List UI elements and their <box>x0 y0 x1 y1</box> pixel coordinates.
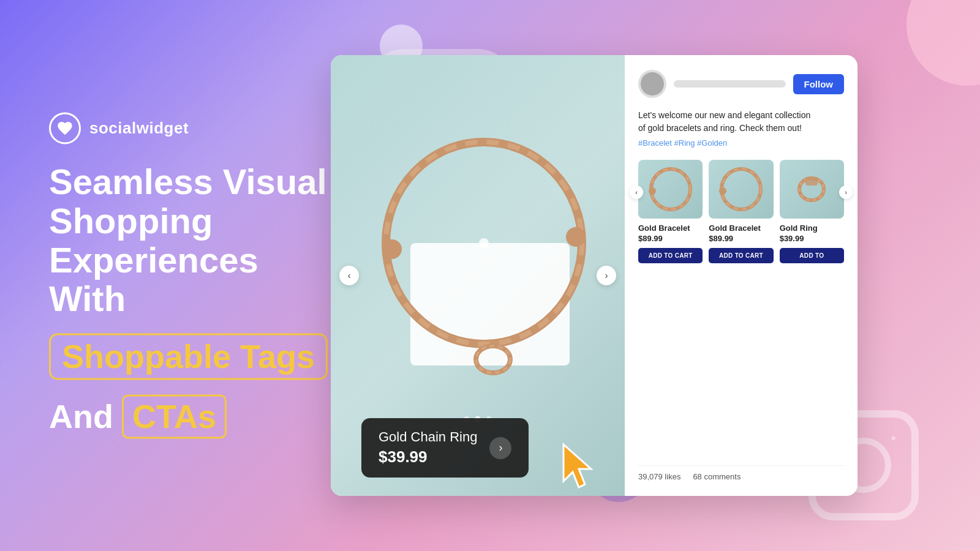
product-name-2: Gold Bracelet <box>709 223 773 233</box>
prev-icon: ‹ <box>348 271 351 280</box>
svg-rect-17 <box>805 177 818 186</box>
product-tag-popup: Gold Chain Ring $39.99 › <box>361 418 529 478</box>
product-price-3: $39.99 <box>780 234 844 243</box>
svg-point-7 <box>479 238 489 248</box>
image-nav-prev[interactable]: ‹ <box>339 266 359 285</box>
engagement-row: 39,079 likes 68 comments <box>638 465 844 481</box>
product-image-section: ‹ › Gold Chain Ring $39.99 › <box>331 55 625 496</box>
product-card-3: Gold Ring $39.99 ADD TO <box>780 160 844 263</box>
main-product-card: ‹ › Gold Chain Ring $39.99 › <box>331 55 858 496</box>
product-thumb-3 <box>780 160 844 219</box>
headline: Seamless Visual Shopping Experiences Wit… <box>49 162 343 318</box>
product-price-2: $89.99 <box>709 234 773 243</box>
ctas-label: CTAs <box>132 399 216 435</box>
product-tag-price: $39.99 <box>379 448 477 467</box>
product-name-1: Gold Bracelet <box>638 223 703 233</box>
decoration-blob-top-right <box>907 0 980 86</box>
avatar <box>638 70 666 98</box>
likes-count: 39,079 likes <box>638 472 680 481</box>
product-tag-name: Gold Chain Ring <box>379 429 477 445</box>
add-to-cart-btn-1[interactable]: ADD TO CART <box>638 248 703 263</box>
post-hashtags: #Bracelet #Ring #Golden <box>638 138 844 148</box>
and-label: And <box>49 398 113 436</box>
grid-nav-left[interactable]: ‹ <box>630 186 643 199</box>
comments-count: 68 comments <box>693 472 741 481</box>
brand-name: socialwidget <box>89 119 189 138</box>
svg-point-4 <box>566 227 586 247</box>
follow-button[interactable]: Follow <box>793 74 845 94</box>
heart-icon <box>56 119 74 137</box>
thumb-bracelet-2 <box>717 165 766 214</box>
thumb-ring <box>787 165 836 214</box>
product-tag-arrow-button[interactable]: › <box>489 437 511 459</box>
shoppable-tags-box: Shoppable Tags <box>49 334 328 380</box>
left-content-panel: socialwidget Seamless Visual Shopping Ex… <box>49 112 343 438</box>
svg-point-3 <box>382 239 402 259</box>
grid-nav-right[interactable]: › <box>839 186 853 199</box>
product-name-3: Gold Ring <box>780 223 844 233</box>
svg-marker-8 <box>564 444 591 487</box>
logo-row: socialwidget <box>49 112 343 144</box>
headline-line3: Experiences With <box>49 241 343 319</box>
ctas-box: CTAs <box>122 395 227 439</box>
svg-point-11 <box>649 187 656 195</box>
next-icon: › <box>605 271 608 280</box>
image-nav-next[interactable]: › <box>597 266 616 285</box>
shoppable-tags-label: Shoppable Tags <box>62 339 315 375</box>
logo-icon <box>49 112 81 144</box>
cursor-arrow-icon <box>557 438 606 496</box>
product-card-2: Gold Bracelet $89.99 ADD TO CART <box>709 160 773 263</box>
svg-point-14 <box>719 187 726 195</box>
bracelet-illustration <box>361 121 594 402</box>
social-header: Follow <box>638 70 844 98</box>
product-tag-info: Gold Chain Ring $39.99 <box>379 429 477 467</box>
product-thumb-1 <box>638 160 703 219</box>
product-thumb-2 <box>709 160 773 219</box>
add-to-cart-btn-3[interactable]: ADD TO <box>780 248 844 263</box>
post-description: Let's welcome our new and elegant collec… <box>638 109 844 135</box>
product-card-1: Gold Bracelet $89.99 ADD TO CART <box>638 160 703 263</box>
thumb-bracelet-1 <box>646 165 695 214</box>
headline-line1: Seamless Visual <box>49 162 343 201</box>
right-panel: Follow Let's welcome our new and elegant… <box>625 55 858 496</box>
add-to-cart-btn-2[interactable]: ADD TO CART <box>709 248 773 263</box>
product-grid: ‹ Gold Bracelet $89.99 ADD TO CART <box>638 160 844 263</box>
and-ctas-row: And CTAs <box>49 395 343 439</box>
headline-line2: Shopping <box>49 201 343 241</box>
username-line <box>674 80 786 88</box>
product-price-1: $89.99 <box>638 234 703 243</box>
